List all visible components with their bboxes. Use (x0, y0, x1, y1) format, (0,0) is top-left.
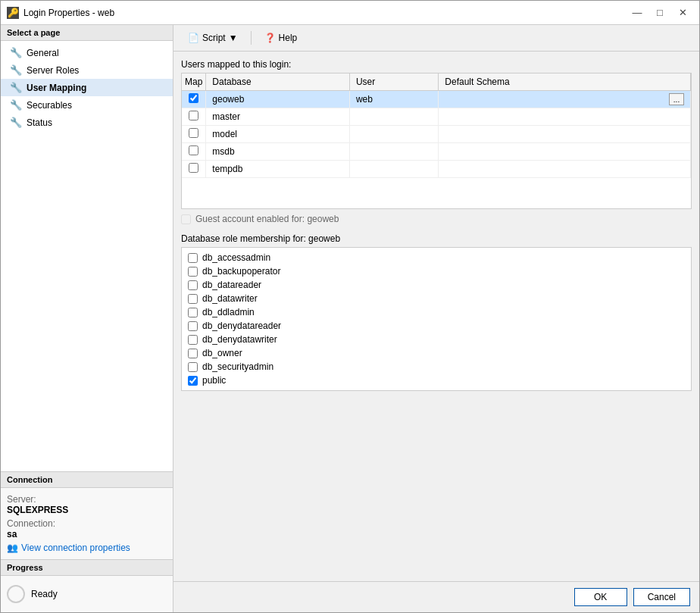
role-checkbox-accessadmin[interactable] (188, 253, 198, 263)
role-item: db_ddladmin (188, 305, 685, 319)
role-label-ddladmin: db_ddladmin (202, 307, 255, 317)
user-cell (349, 143, 438, 161)
sidebar-item-server-roles[interactable]: 🔧 Server Roles (1, 61, 173, 79)
role-item: db_backupoperator (188, 264, 685, 278)
role-label-denydatareader: db_denydatareader (202, 321, 281, 331)
progress-title: Progress (1, 560, 173, 576)
help-label: Help (279, 33, 298, 43)
table-row[interactable]: msdb (182, 143, 691, 161)
connection-value: sa (7, 529, 17, 540)
view-connection-label: View connection properties (21, 543, 130, 553)
connection-icon: 👥 (7, 543, 18, 553)
role-checkbox-denydatareader[interactable] (188, 321, 198, 331)
row-checkbox-1[interactable] (189, 111, 198, 120)
table-row[interactable]: geowebweb... (182, 91, 691, 108)
guest-label: Guest account enabled for: geoweb (195, 214, 339, 224)
guest-row: Guest account enabled for: geoweb (181, 209, 692, 226)
row-checkbox-0[interactable] (189, 93, 198, 103)
connection-label: Connection: (7, 518, 55, 529)
title-bar-controls: — □ ✕ (627, 5, 693, 20)
table-row[interactable]: model (182, 126, 691, 143)
role-checkbox-denydatawriter[interactable] (188, 335, 198, 345)
content-area: Select a page 🔧 General 🔧 Server Roles 🔧… (1, 25, 699, 612)
progress-spinner (7, 585, 25, 603)
sidebar-item-general[interactable]: 🔧 General (1, 44, 173, 61)
minimize-button[interactable]: — (627, 5, 648, 20)
ok-button[interactable]: OK (574, 588, 627, 606)
table-row[interactable]: tempdb (182, 161, 691, 178)
role-label-denydatawriter: db_denydatawriter (202, 334, 277, 345)
role-item: db_denydatareader (188, 319, 685, 333)
role-item: db_datareader (188, 278, 685, 292)
server-roles-label: Server Roles (27, 65, 79, 76)
general-icon: 🔧 (10, 47, 22, 58)
maximize-button[interactable]: □ (649, 5, 670, 20)
schema-cell (439, 161, 691, 178)
role-item: db_owner (188, 346, 685, 360)
role-checkbox-datareader[interactable] (188, 280, 198, 290)
close-button[interactable]: ✕ (672, 5, 693, 20)
help-icon: ❓ (264, 33, 276, 43)
role-item: db_datawriter (188, 292, 685, 305)
main-content: 📄 Script ▼ ❓ Help Users mapped to this l… (173, 25, 699, 612)
connection-row: Connection: sa (7, 518, 167, 540)
sidebar-nav: 🔧 General 🔧 Server Roles 🔧 User Mapping … (1, 41, 173, 471)
users-mapped-section: Users mapped to this login: Map Database… (181, 59, 692, 226)
status-label: Status (27, 117, 52, 128)
role-item: db_securityadmin (188, 360, 685, 374)
users-table-container: Map Database User Default Schema geowebw… (181, 73, 692, 209)
title-bar: 🔑 Login Properties - web — □ ✕ (1, 1, 699, 25)
roles-section: Database role membership for: geoweb db_… (181, 233, 692, 391)
role-label-securityadmin: db_securityadmin (202, 361, 273, 372)
user-mapping-label: User Mapping (27, 83, 86, 93)
server-label: Server: (7, 494, 36, 505)
role-label-datareader: db_datareader (202, 280, 261, 290)
col-user: User (349, 73, 438, 91)
server-roles-icon: 🔧 (10, 64, 22, 76)
role-checkbox-securityadmin[interactable] (188, 362, 198, 372)
role-checkbox-public[interactable] (188, 376, 198, 386)
users-section-label: Users mapped to this login: (181, 59, 692, 70)
sidebar-item-status[interactable]: 🔧 Status (1, 114, 173, 131)
role-checkbox-backupoperator[interactable] (188, 267, 198, 277)
guest-checkbox (181, 214, 191, 224)
schema-cell (439, 126, 691, 143)
schema-cell (439, 143, 691, 161)
role-checkbox-ddladmin[interactable] (188, 308, 198, 317)
database-cell: geoweb (206, 91, 350, 108)
table-row[interactable]: master (182, 108, 691, 126)
server-value: SQLEXPRESS (7, 505, 68, 515)
user-cell (349, 108, 438, 126)
users-table: Map Database User Default Schema geowebw… (182, 73, 691, 178)
help-button[interactable]: ❓ Help (258, 30, 305, 46)
role-checkbox-datawriter[interactable] (188, 294, 198, 304)
database-cell: master (206, 108, 350, 126)
sidebar-item-user-mapping[interactable]: 🔧 User Mapping (1, 79, 173, 96)
script-button[interactable]: 📄 Script ▼ (181, 30, 245, 46)
col-database: Database (206, 73, 350, 91)
role-item: db_accessadmin (188, 251, 685, 264)
user-mapping-icon: 🔧 (10, 82, 22, 93)
role-list-container: db_accessadmindb_backupoperatordb_datare… (181, 247, 692, 391)
row-checkbox-3[interactable] (189, 145, 198, 155)
role-label-backupoperator: db_backupoperator (202, 266, 280, 277)
row-checkbox-2[interactable] (189, 128, 198, 138)
roles-list: db_accessadmindb_backupoperatordb_datare… (188, 251, 685, 387)
toolbar-separator (251, 31, 252, 45)
securables-icon: 🔧 (10, 99, 22, 111)
row-checkbox-4[interactable] (189, 163, 198, 173)
window-title: Login Properties - web (23, 8, 627, 18)
view-connection-link[interactable]: 👥 View connection properties (7, 543, 167, 553)
script-label: Script (202, 33, 226, 43)
role-label-owner: db_owner (202, 348, 242, 358)
database-cell: msdb (206, 143, 350, 161)
user-cell (349, 126, 438, 143)
server-row: Server: SQLEXPRESS (7, 494, 167, 515)
role-checkbox-owner[interactable] (188, 349, 198, 358)
main-body: Users mapped to this login: Map Database… (173, 52, 699, 581)
schema-ellipsis-button[interactable]: ... (669, 93, 684, 105)
sidebar-item-securables[interactable]: 🔧 Securables (1, 96, 173, 114)
roles-section-label: Database role membership for: geoweb (181, 233, 692, 244)
cancel-button[interactable]: Cancel (633, 588, 690, 606)
role-label-datawriter: db_datawriter (202, 293, 258, 304)
